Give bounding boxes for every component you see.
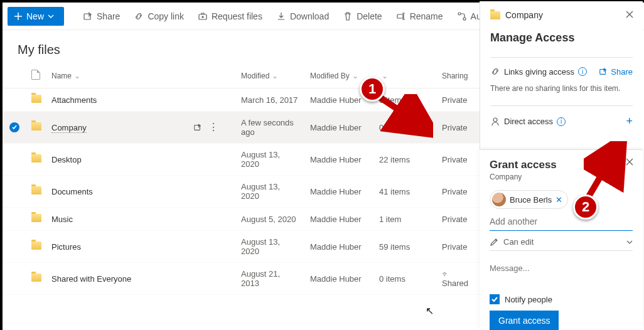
share-icon[interactable] (193, 123, 202, 132)
share-icon (599, 67, 608, 76)
chevron-down-icon (48, 13, 54, 19)
avatar (492, 193, 506, 206)
arrow-1 (377, 94, 433, 138)
selected-check-icon[interactable] (9, 122, 19, 132)
request-files-button[interactable]: Request files (193, 7, 267, 26)
copy-link-label: Copy link (148, 11, 184, 21)
row-name[interactable]: Attachments (46, 88, 236, 112)
check-icon (491, 295, 498, 303)
row-name[interactable]: Pictures (46, 231, 236, 263)
remove-person-button[interactable]: ✕ (555, 195, 562, 205)
row-modified: A few seconds ago (236, 112, 305, 144)
row-items: 1 item (374, 208, 437, 231)
links-heading: Links giving access (504, 67, 574, 77)
flow-icon (457, 11, 467, 21)
download-icon (276, 11, 286, 21)
row-modified-by: Maddie Huber (305, 263, 374, 295)
link-icon (134, 11, 144, 21)
new-button[interactable]: New (8, 7, 64, 26)
row-sharing: Private (437, 112, 481, 144)
row-modified-by: Maddie Huber (305, 176, 374, 208)
plus-icon (14, 12, 23, 21)
request-files-label: Request files (212, 11, 262, 21)
row-name[interactable]: Music (46, 208, 236, 231)
file-type-icon[interactable] (31, 70, 40, 80)
row-name[interactable]: Company⋮ (46, 112, 236, 144)
person-chip[interactable]: Bruce Berls ✕ (490, 190, 568, 209)
row-modified: August 13, 2020 (236, 144, 305, 176)
table-row[interactable]: PicturesAugust 13, 2020Maddie Huber59 it… (3, 231, 481, 263)
close-icon (625, 10, 634, 19)
folder-icon (31, 95, 41, 103)
delete-button[interactable]: Delete (338, 7, 387, 26)
row-items: 22 items (374, 144, 437, 176)
row-more-button[interactable]: ⋮ (208, 124, 218, 130)
notify-label: Notify people (505, 295, 552, 304)
row-name[interactable]: Documents (46, 176, 236, 208)
row-name[interactable]: Shared with Everyone (46, 263, 236, 295)
folder-icon (31, 214, 41, 222)
share-label: Share (97, 11, 120, 21)
grant-access-button[interactable]: Grant access (490, 311, 559, 330)
row-modified-by: Maddie Huber (305, 144, 374, 176)
row-name[interactable]: Desktop (46, 144, 236, 176)
row-modified: August 5, 2020 (236, 208, 305, 231)
col-sharing[interactable]: Sharing (437, 63, 481, 88)
row-modified: August 13, 2020 (236, 231, 305, 263)
panel-share-button[interactable]: Share (599, 67, 633, 77)
share-icon (83, 11, 93, 21)
pencil-icon (490, 238, 498, 247)
person-name: Bruce Berls (510, 195, 552, 205)
arrow-2 (584, 141, 628, 201)
no-links-message: There are no sharing links for this item… (490, 84, 633, 93)
col-modified[interactable]: Modified⌄ (236, 63, 305, 88)
row-items: 0 items (374, 263, 437, 295)
panel-title: Manage Access (490, 31, 633, 45)
table-row[interactable]: Shared with EveryoneAugust 21, 2013Maddi… (3, 263, 481, 295)
annotation-1: 1 (360, 77, 385, 102)
col-name[interactable]: Name⌄ (46, 63, 236, 88)
row-sharing: ᯤ Shared (437, 263, 481, 295)
row-modified: March 16, 2017 (236, 88, 305, 112)
svg-point-3 (458, 13, 461, 15)
info-icon[interactable]: i (578, 67, 587, 76)
permission-label: Can edit (503, 237, 534, 247)
table-row[interactable]: DesktopAugust 13, 2020Maddie Huber22 ite… (3, 144, 481, 176)
request-icon (198, 11, 208, 21)
permission-selector[interactable]: Can edit (490, 233, 633, 251)
row-modified: August 13, 2020 (236, 176, 305, 208)
close-panel-button[interactable] (625, 10, 634, 21)
delete-label: Delete (357, 11, 382, 21)
row-sharing: Private (437, 176, 481, 208)
folder-icon (490, 11, 500, 19)
share-button[interactable]: Share (78, 7, 125, 26)
row-modified-by: Maddie Huber (305, 208, 374, 231)
svg-point-4 (463, 18, 466, 20)
new-label: New (26, 11, 44, 21)
download-button[interactable]: Download (271, 7, 334, 26)
row-sharing: Private (437, 88, 481, 112)
notify-checkbox[interactable] (490, 294, 500, 304)
table-row[interactable]: DocumentsAugust 13, 2020Maddie Huber41 i… (3, 176, 481, 208)
row-modified-by: Maddie Huber (305, 231, 374, 263)
row-sharing: Private (437, 144, 481, 176)
rename-icon (396, 11, 406, 21)
folder-icon (31, 154, 41, 162)
rename-label: Rename (410, 11, 443, 21)
cursor-icon: ↖ (426, 305, 434, 317)
copy-link-button[interactable]: Copy link (129, 7, 189, 26)
message-input[interactable] (490, 260, 633, 277)
row-items: 41 items (374, 176, 437, 208)
row-items: 59 items (374, 231, 437, 263)
table-row[interactable]: MusicAugust 5, 2020Maddie Huber1 itemPri… (3, 208, 481, 231)
info-icon[interactable]: i (557, 117, 566, 126)
add-direct-access-button[interactable]: + (626, 115, 633, 128)
direct-access-heading: Direct access (504, 117, 553, 126)
folder-icon (31, 122, 41, 130)
person-icon (490, 117, 500, 127)
add-person-input[interactable] (490, 213, 633, 231)
row-modified: August 21, 2013 (236, 263, 305, 295)
svg-rect-2 (397, 14, 403, 18)
rename-button[interactable]: Rename (391, 7, 448, 26)
download-label: Download (290, 11, 329, 21)
